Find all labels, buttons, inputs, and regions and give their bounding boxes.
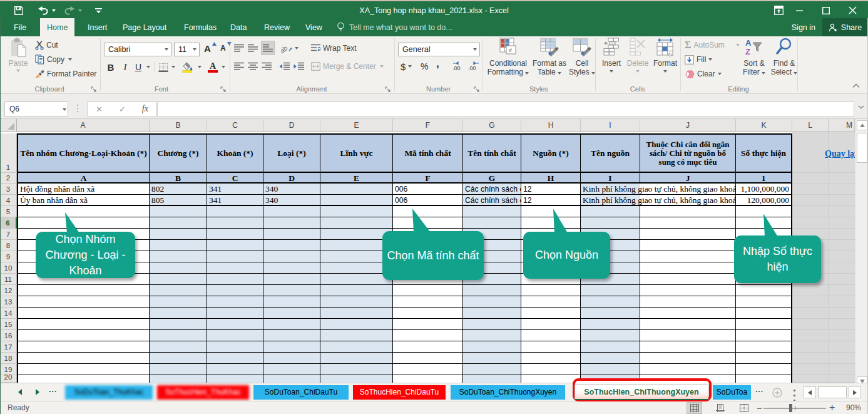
underline-dropdown[interactable] (145, 60, 152, 74)
decrease-decimal-button[interactable]: .00 (467, 60, 480, 73)
normal-view-button[interactable] (687, 402, 702, 414)
vertical-scrollbar[interactable] (855, 119, 868, 387)
sheet-tab-SoDuToan_ChiDauTu[interactable]: SoDuToan_ChiDauTu (253, 385, 349, 400)
underline-button[interactable]: U (132, 60, 145, 74)
tabs-overflow-left[interactable]: ... (49, 385, 57, 394)
zoom-slider-thumb[interactable] (789, 404, 792, 412)
hscroll-right-icon[interactable] (849, 386, 861, 398)
tab-page-layout[interactable]: Page Layout (116, 18, 173, 36)
increase-font-button[interactable]: A (204, 41, 217, 55)
tab-file[interactable]: File (7, 18, 33, 36)
tabs-scroll-left-icon[interactable] (18, 389, 22, 395)
find-select-label: Find & (774, 59, 795, 68)
merge-center-button[interactable]: Merge & Center (311, 60, 384, 73)
page-break-view-button[interactable] (736, 402, 752, 414)
alignment-dialog-launcher[interactable] (385, 86, 392, 93)
copy-button[interactable]: Copy (35, 53, 72, 66)
sheet-tab-SoThucHien_ChiThuongXuyen[interactable]: SoThucHien_ChiThuongXuyen (574, 385, 708, 400)
collapse-ribbon-button[interactable] (852, 83, 860, 88)
close-button[interactable] (842, 1, 863, 19)
wrap-text-button[interactable]: Wrap Text (311, 41, 357, 55)
sheet-tab-SoDuToa[interactable]: SoDuToa (713, 385, 751, 400)
tell-me-box[interactable]: Tell me what you want to do... (337, 18, 452, 36)
maximize-button[interactable] (815, 1, 837, 19)
zoom-slider-track[interactable] (763, 408, 826, 409)
sign-in-button[interactable]: Sign in (792, 18, 815, 36)
tab-formulas[interactable]: Formulas (177, 18, 223, 36)
sheet-tab-SoThucHien_ChiDauTu[interactable]: SoThucHien_ChiDauTu (353, 385, 446, 400)
font-family-select[interactable]: Calibri (104, 43, 171, 56)
find-select-button[interactable]: Find & Select (767, 38, 801, 83)
font-dialog-launcher[interactable] (220, 86, 227, 93)
font-size-select[interactable]: 11 (174, 43, 200, 56)
decrease-indent-button[interactable] (279, 60, 290, 73)
increase-decimal-button[interactable]: .00 (452, 60, 464, 73)
comma-style-button[interactable]: , (436, 57, 439, 71)
align-center-button[interactable] (248, 60, 258, 73)
tab-review[interactable]: Review (257, 18, 297, 36)
page-layout-view-button[interactable] (712, 402, 728, 414)
vertical-scroll-thumb[interactable] (857, 133, 867, 163)
format-cells-button[interactable]: Format (648, 38, 682, 83)
share-button[interactable]: Share (822, 18, 868, 36)
tab-insert[interactable]: Insert (81, 18, 114, 36)
number-format-select[interactable]: General (398, 43, 480, 56)
enter-formula-icon[interactable]: ✓ (119, 105, 126, 114)
clipboard-dialog-launcher[interactable] (91, 86, 98, 93)
tab-data[interactable]: Data (223, 18, 253, 36)
percent-style-button[interactable]: % (421, 60, 428, 73)
horizontal-scroll-thumb[interactable] (818, 386, 847, 398)
sheet-tab-SoDuToan_ChiThuongXuyen[interactable]: SoDuToan_ChiThuongXuyen (451, 385, 565, 400)
fill-color-button[interactable] (180, 60, 195, 74)
number-group-label: Number (394, 85, 483, 93)
bold-button[interactable]: B (104, 60, 118, 74)
expand-formula-bar-icon[interactable] (858, 105, 864, 109)
tabs-scroll-right-icon[interactable] (36, 389, 39, 395)
borders-dropdown[interactable] (170, 60, 177, 74)
formula-input[interactable] (157, 101, 854, 116)
autosum-button[interactable]: ΣAutoSum (685, 38, 740, 52)
number-dialog-launcher[interactable] (474, 86, 481, 93)
font-color-button[interactable]: A (207, 60, 219, 74)
spreadsheet-grid[interactable]: Tên nhóm Chương-Loại-Khoản (*)Chương (*)… (0, 119, 855, 383)
tab-view[interactable]: View (299, 18, 329, 36)
cut-button[interactable]: Cut (35, 38, 58, 52)
namebox-resize-dots[interactable] (77, 103, 78, 113)
format-as-table-button[interactable]: Format as Table (530, 38, 569, 83)
align-middle-button[interactable] (248, 41, 258, 55)
ribbon-display-options-icon[interactable] (768, 1, 789, 19)
font-color-dropdown[interactable] (220, 60, 227, 74)
format-painter-button[interactable]: Format Painter (35, 67, 96, 81)
clear-button[interactable]: Clear (685, 67, 722, 81)
increase-indent-button[interactable] (294, 60, 304, 73)
cell-styles-button[interactable]: Cell Styles (568, 38, 596, 83)
hscroll-left-icon[interactable] (804, 386, 816, 398)
align-top-button[interactable] (234, 41, 244, 55)
accounting-format-button[interactable]: $ (401, 60, 412, 73)
cancel-formula-icon[interactable]: ✕ (96, 105, 103, 114)
align-left-button[interactable] (234, 60, 244, 73)
sheet-tab-SoDuToan_ThuKhac[interactable]: SoDuToan_ThuKhac (65, 385, 153, 400)
align-right-button[interactable] (262, 60, 272, 73)
orientation-button[interactable]: ab (281, 41, 299, 55)
svg-text:A: A (745, 38, 752, 48)
conditional-formatting-button[interactable]: ≠ Conditional Formatting (488, 38, 529, 83)
align-bottom-button[interactable] (261, 41, 275, 55)
tab-home[interactable]: Home (40, 18, 74, 36)
borders-button[interactable] (157, 60, 170, 74)
zoom-out-button[interactable]: − (757, 403, 762, 413)
name-box[interactable]: Q6 (4, 101, 68, 116)
scroll-up-icon[interactable] (857, 120, 867, 130)
fill-color-dropdown[interactable] (196, 60, 203, 74)
tabs-overflow-right[interactable]: ... (755, 385, 763, 394)
minimize-button[interactable] (789, 1, 810, 19)
paste-button[interactable]: Paste (4, 38, 33, 83)
fill-button[interactable]: Fill (685, 53, 712, 66)
sheet-tab-SoThucHien_ThuKhac[interactable]: SoThucHien_ThuKhac (157, 385, 249, 400)
new-sheet-button[interactable] (772, 388, 782, 398)
align-right-icon (262, 62, 272, 71)
italic-button[interactable]: I (119, 60, 131, 74)
zoom-in-button[interactable]: + (829, 402, 835, 413)
insert-function-icon[interactable]: fx (142, 104, 148, 114)
zoom-level[interactable]: 90% (846, 403, 861, 412)
